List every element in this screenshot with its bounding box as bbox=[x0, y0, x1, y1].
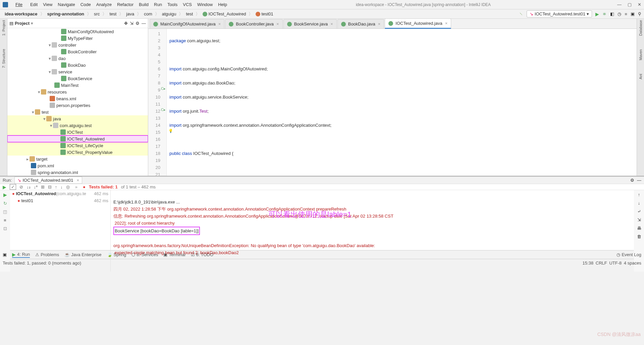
block-icon[interactable]: ⊘ bbox=[19, 184, 23, 189]
menu-tools[interactable]: Tools bbox=[165, 1, 180, 8]
tab-ant[interactable]: Ant bbox=[639, 74, 643, 79]
chevron-down-icon[interactable]: ▾ bbox=[31, 21, 33, 26]
run-tab[interactable]: ↘IOCTest_Autowired.test01× bbox=[14, 177, 82, 184]
debug-icon[interactable]: ⛯ bbox=[602, 11, 607, 16]
crumb-src[interactable]: src bbox=[92, 11, 102, 17]
close-tab-icon[interactable]: × bbox=[330, 21, 333, 26]
tab-structure[interactable]: 7: Structure bbox=[2, 49, 6, 68]
close-tab-icon[interactable]: × bbox=[445, 21, 448, 26]
sort-icon[interactable]: ↓₂ bbox=[26, 184, 31, 189]
close-tab-icon[interactable]: × bbox=[77, 178, 79, 183]
check-icon[interactable]: ✓ bbox=[10, 184, 16, 190]
gear-icon[interactable]: ⚙ bbox=[630, 178, 634, 183]
class-icon bbox=[60, 129, 66, 135]
tab-maven[interactable]: Maven bbox=[639, 49, 643, 60]
hide-icon[interactable]: — bbox=[637, 178, 641, 183]
clear-icon[interactable]: 🗑 bbox=[637, 234, 641, 239]
tool-icon[interactable]: ▣ bbox=[3, 252, 7, 257]
gutter[interactable]: 123456789101112131415161718192021 bbox=[148, 29, 167, 176]
bottom-tab-javaee[interactable]: ☕Java Enterprise bbox=[64, 252, 101, 257]
crumb-atguigu[interactable]: atguigu bbox=[160, 11, 178, 17]
class-icon bbox=[61, 29, 66, 34]
expand-icon[interactable]: ⊞ bbox=[41, 184, 45, 189]
crumb-testpkg[interactable]: test bbox=[184, 11, 195, 17]
toggle-icon[interactable]: ◫ bbox=[3, 209, 7, 214]
code-editor[interactable]: package com.atguigu.test; import com.atg… bbox=[167, 29, 637, 176]
close-tab-icon[interactable]: × bbox=[276, 21, 279, 26]
menu-code[interactable]: Code bbox=[78, 1, 93, 8]
tab-project[interactable]: 1: Project bbox=[2, 20, 6, 36]
up-icon[interactable]: ↑ bbox=[55, 184, 57, 189]
build-icon[interactable]: ⟍ bbox=[519, 11, 523, 16]
rerun-failed-icon[interactable]: ↻ bbox=[3, 201, 7, 206]
menu-run[interactable]: Run bbox=[152, 1, 164, 8]
print-icon[interactable]: 🖶 bbox=[637, 226, 641, 231]
close-tab-icon[interactable]: × bbox=[378, 21, 381, 26]
down-icon[interactable]: ↓ bbox=[638, 200, 640, 206]
run-gutter-icon[interactable]: C▸ bbox=[161, 108, 166, 112]
menu-window[interactable]: Window bbox=[195, 1, 215, 8]
project-panel: ▤ Project ▾ ✥ ⇲ ⚙ — MainConifgOfAutowire… bbox=[7, 19, 148, 176]
test-tree[interactable]: ● IOCTest_Autowired (com.atguigu.te462 m… bbox=[10, 190, 111, 272]
tab-ioctest-autowired[interactable]: IOCTest_Autowired.java× bbox=[385, 18, 451, 29]
crumb-project[interactable]: idea-workspace bbox=[3, 11, 40, 17]
bulb-icon[interactable]: 💡 bbox=[168, 129, 173, 133]
layout-icon[interactable]: ▣ bbox=[631, 11, 635, 16]
up-icon[interactable]: ↑ bbox=[638, 192, 640, 197]
sort2-icon[interactable]: ↓ª bbox=[34, 184, 38, 189]
tab-mainconfig[interactable]: MainConifgOfAutowired.java× bbox=[150, 19, 224, 28]
locate-icon[interactable]: ✥ bbox=[124, 21, 128, 26]
menu-refactor[interactable]: Refactor bbox=[115, 1, 136, 8]
menu-build[interactable]: Build bbox=[137, 1, 151, 8]
menu-navigate[interactable]: Navigate bbox=[55, 1, 77, 8]
close-tab-icon[interactable]: × bbox=[218, 21, 221, 26]
target-icon[interactable]: ◎ bbox=[66, 184, 70, 189]
rerun-icon[interactable]: ▶ bbox=[3, 184, 6, 190]
close-icon[interactable]: ✕ bbox=[638, 2, 641, 7]
menu-edit[interactable]: Edit bbox=[28, 1, 40, 8]
tab-bookcontroller[interactable]: BookController.java× bbox=[225, 19, 282, 28]
tab-bookservice[interactable]: BookService.java× bbox=[283, 19, 337, 28]
right-toolwindow-bar: Database Maven Ant bbox=[637, 19, 644, 176]
project-switcher-icon[interactable]: ▤ bbox=[9, 21, 13, 26]
run-gutter-icon[interactable]: C▸ bbox=[161, 87, 166, 91]
stop-icon[interactable]: ■ bbox=[4, 218, 6, 223]
menu-vcs[interactable]: VCS bbox=[180, 1, 194, 8]
search-icon[interactable]: ⚲ bbox=[638, 11, 641, 16]
crumb-java[interactable]: java bbox=[124, 11, 136, 17]
minimize-icon[interactable]: — bbox=[617, 2, 622, 7]
run-config-selector[interactable]: ↘ IOCTest_Autowired.test01 ▾ bbox=[527, 10, 592, 17]
crumb-test[interactable]: test bbox=[107, 11, 118, 17]
softwrap-icon[interactable]: ⤶ bbox=[637, 209, 641, 214]
package-icon bbox=[53, 123, 58, 128]
profile-icon[interactable]: ◷ bbox=[618, 11, 621, 16]
down-icon[interactable]: ↓ bbox=[60, 184, 63, 189]
project-tree[interactable]: MainConifgOfAutowired MyTypeFilter ▾cont… bbox=[7, 28, 148, 176]
crumb-com[interactable]: com bbox=[142, 11, 154, 17]
bottom-tab-problems[interactable]: ⚠Problems bbox=[35, 252, 59, 257]
class-icon bbox=[61, 36, 66, 41]
run-label: Run: bbox=[3, 178, 12, 183]
menu-view[interactable]: View bbox=[41, 1, 55, 8]
collapse-icon[interactable]: ⇲ bbox=[130, 21, 133, 26]
crumb-class[interactable]: IOCTest_Autowired bbox=[201, 11, 248, 17]
crumb-method[interactable]: test01 bbox=[254, 11, 275, 17]
menu-help[interactable]: Help bbox=[216, 1, 229, 8]
console-output[interactable]: E:\jdk\jdk1.8.0_191\bin\java.exe ... 四月 … bbox=[111, 190, 634, 272]
run-button-icon[interactable]: ▶ bbox=[595, 11, 599, 17]
tab-bookdao[interactable]: BookDao.java× bbox=[337, 19, 384, 28]
pin-icon[interactable]: ⊡ bbox=[3, 226, 7, 231]
stop-icon[interactable]: ■ bbox=[625, 11, 627, 16]
crumb-module[interactable]: spring-annotation bbox=[45, 11, 87, 17]
tab-database[interactable]: Database bbox=[639, 20, 643, 36]
coverage-icon[interactable]: ◧ bbox=[610, 11, 614, 16]
maximize-icon[interactable]: ▢ bbox=[628, 2, 632, 7]
gear-icon[interactable]: ⚙ bbox=[136, 21, 140, 26]
scroll-icon[interactable]: ⇲ bbox=[637, 217, 641, 222]
menu-analyze[interactable]: Analyze bbox=[94, 1, 114, 8]
collapse-icon[interactable]: ⊟ bbox=[48, 184, 52, 189]
hide-icon[interactable]: — bbox=[142, 21, 146, 26]
rerun-icon[interactable]: ▶ bbox=[3, 192, 7, 197]
bottom-tab-run[interactable]: ▶4: Run bbox=[12, 252, 30, 258]
menu-file[interactable]: File bbox=[11, 1, 27, 8]
